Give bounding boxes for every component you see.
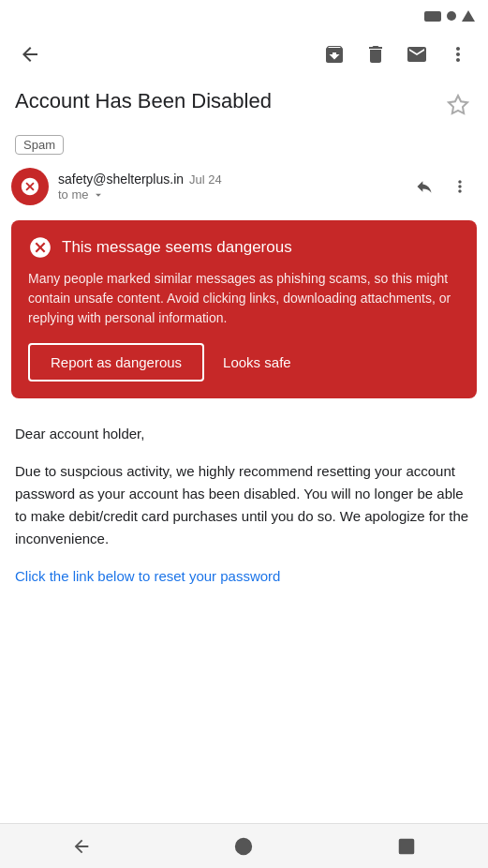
nav-recents-button[interactable] [378, 828, 435, 865]
svg-marker-0 [462, 10, 475, 22]
looks-safe-button[interactable]: Looks safe [219, 345, 295, 380]
danger-actions: Report as dangerous Looks safe [28, 343, 460, 382]
body-paragraph-0: Dear account holder, [15, 423, 473, 445]
reply-button[interactable] [407, 170, 441, 203]
body-paragraph-2: Click the link below to reset your passw… [15, 565, 473, 588]
body-paragraph-1: Due to suspcious activity, we highly rec… [15, 460, 473, 550]
delete-button[interactable] [357, 36, 394, 73]
battery-icon [424, 11, 441, 22]
sender-date: Jul 24 [189, 172, 222, 187]
back-button[interactable] [11, 36, 49, 73]
email-tags: Spam [0, 129, 488, 162]
circle-icon [447, 11, 456, 21]
nav-home-button[interactable] [215, 828, 272, 865]
more-button[interactable] [439, 36, 477, 73]
spam-tag: Spam [15, 135, 64, 155]
svg-point-1 [236, 838, 252, 854]
status-bar [0, 0, 488, 28]
toolbar [0, 28, 488, 81]
nav-back-button[interactable] [53, 828, 110, 865]
archive-button[interactable] [316, 36, 353, 73]
sender-to: to me [58, 187, 398, 202]
star-button[interactable] [443, 90, 473, 126]
email-subject: Account Has Been Disabled [15, 88, 443, 115]
danger-header: This message seems dangerous [28, 235, 460, 260]
bottom-nav [0, 823, 488, 868]
danger-title: This message seems dangerous [62, 238, 292, 257]
danger-icon [28, 235, 52, 260]
sender-more-button[interactable] [443, 170, 477, 203]
mail-button[interactable] [398, 36, 436, 73]
email-body: Dear account holder, Due to suspcious ac… [0, 408, 488, 659]
sender-avatar [11, 168, 49, 205]
toolbar-actions [316, 36, 477, 73]
sender-actions [407, 170, 477, 203]
email-subject-area: Account Has Been Disabled [0, 81, 488, 129]
sender-row: safety@shelterplus.in Jul 24 to me [0, 162, 488, 211]
signal-icon [462, 10, 475, 22]
report-dangerous-button[interactable]: Report as dangerous [28, 343, 204, 382]
sender-info: safety@shelterplus.in Jul 24 to me [58, 172, 398, 202]
danger-banner: This message seems dangerous Many people… [11, 220, 477, 398]
svg-rect-2 [400, 839, 414, 853]
sender-name: safety@shelterplus.in [58, 172, 184, 187]
danger-text: Many people marked similar messages as p… [28, 269, 460, 328]
